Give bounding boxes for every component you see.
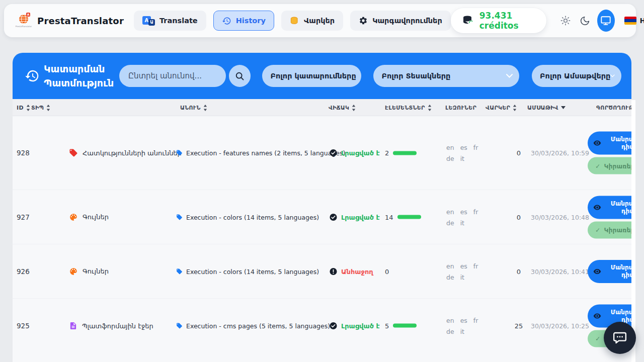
column-header[interactable]: ՎԱՐԿԵՐ — [486, 99, 517, 116]
theme-light-button[interactable] — [558, 11, 573, 30]
nav-items: AԱ Translate History Վարկեր — [134, 11, 451, 31]
vertical-scrollbar[interactable] — [631, 100, 635, 362]
date-value: 30/03/2026, 10:25 — [531, 322, 589, 329]
apply-button[interactable]: ✓ Կիրառել — [588, 221, 631, 238]
credits-balance: 93.431 créditos — [451, 8, 546, 33]
language-code: de — [446, 273, 454, 281]
tag-icon — [176, 150, 183, 156]
history-icon — [222, 16, 231, 26]
column-header[interactable]: ID — [17, 99, 30, 116]
sort-icon — [203, 105, 207, 111]
check-icon: ✓ — [595, 335, 600, 342]
history-big-icon — [25, 68, 40, 83]
languages-list: enesfrdeit — [446, 262, 486, 281]
progress-bar — [397, 215, 421, 219]
column-header[interactable]: ԷԼԵՄԵՆՏՆԵՐ — [385, 99, 432, 116]
filter-label: Բոլոր կատարումները — [270, 72, 356, 80]
row-id: 925 — [17, 322, 30, 330]
column-header: ԼԵԶՈՒՆԵՐ — [445, 99, 476, 116]
language-code: de — [446, 219, 454, 226]
apply-button[interactable]: ✓ Կիրառել — [588, 157, 631, 174]
sun-icon — [560, 15, 571, 26]
table-row: 927 Գույներ Execution - colors (14 items… — [13, 190, 631, 244]
filter-executions[interactable]: Բոլոր կատարումները — [262, 65, 361, 87]
chevron-down-icon — [506, 74, 513, 78]
coins-icon — [290, 16, 299, 26]
panel-header: Կատարման Պատմություն Բոլոր կատարումները … — [13, 53, 631, 99]
date-value: 30/03/2026, 10:59 — [531, 149, 589, 157]
chat-bubble-icon — [612, 330, 627, 345]
status-label: Լրացված է — [341, 149, 380, 157]
table-row: 926 Գույներ Execution - colors (14 items… — [13, 244, 631, 298]
filter-label: Բոլոր Տեսակները — [381, 72, 450, 80]
status-label: Լրացված է — [341, 322, 380, 329]
date-value: 30/03/2026, 10:48 — [531, 213, 589, 221]
moon-icon — [580, 16, 590, 26]
elements-count: 5 — [385, 322, 389, 329]
elements-count: 14 — [385, 213, 393, 221]
tag-icon — [176, 214, 183, 220]
nav-item-settings[interactable]: Կարգավորումներ — [350, 11, 451, 31]
brand-title: PrestaTranslator — [37, 16, 124, 26]
search-button[interactable] — [229, 65, 251, 87]
check-icon: ✓ — [595, 162, 600, 169]
view-details-button[interactable]: Մանրամասն դիտել — [588, 196, 631, 219]
sort-icon — [352, 105, 356, 111]
languages-list: enesfrdeit — [446, 316, 486, 335]
column-header[interactable]: ԱՄՍԱԹԻՎ — [527, 99, 566, 116]
table-body: 928 Հատկությունների անուններ Execution -… — [13, 116, 631, 352]
type-label: Գույներ — [83, 267, 109, 275]
view-details-button[interactable]: Մանրամասն դիտել — [588, 260, 631, 283]
view-details-button[interactable]: Մանրամասն դիտել — [588, 132, 631, 155]
chat-button[interactable] — [604, 322, 636, 354]
language-code: es — [460, 208, 467, 215]
tag-icon — [176, 268, 183, 275]
languages-list: enesfrdeit — [446, 208, 486, 226]
column-header[interactable]: ԱՆՈՒՆ — [180, 99, 207, 116]
language-code: HY — [640, 17, 644, 25]
armenia-flag-icon — [624, 17, 636, 25]
column-header[interactable]: ՎԻՃԱԿ — [329, 99, 356, 116]
nav-item-history[interactable]: History — [213, 11, 274, 31]
nav-item-credits[interactable]: Վարկեր — [281, 11, 343, 31]
apply-label: Կիրառել — [604, 226, 631, 234]
table-row: 925 Պլատֆորմային էջեր Execution - cms pa… — [13, 298, 631, 352]
language-code: en — [446, 262, 454, 269]
row-id: 926 — [17, 267, 30, 276]
type-label: Գույներ — [83, 213, 109, 221]
table-row: 928 Հատկությունների անուններ Execution -… — [13, 116, 631, 190]
translate-icon: AԱ — [142, 16, 155, 26]
progress-bar — [393, 324, 417, 328]
search-icon — [234, 71, 245, 81]
theme-dark-button[interactable] — [578, 11, 593, 30]
theme-system-button[interactable] — [597, 10, 615, 32]
page-title: Կատարման Պատմություն — [44, 62, 119, 90]
tag-icon — [176, 322, 183, 329]
type-icon — [69, 213, 78, 222]
language-code: es — [460, 316, 467, 324]
filter-dates[interactable]: Բոլոր Ամսաթվերը — [532, 65, 621, 87]
progress-bar — [393, 151, 417, 155]
filter-label: Բոլոր Ամսաթվերը — [540, 72, 610, 80]
row-id: 927 — [17, 213, 30, 221]
language-code: en — [446, 316, 454, 324]
language-code: es — [460, 262, 467, 269]
type-label: Հատկությունների անուններ — [83, 149, 182, 157]
status-label: Լրացված է — [341, 213, 380, 221]
search-input[interactable] — [119, 65, 226, 87]
elements-count: 0 — [385, 267, 389, 275]
table-header: IDՏԻՊԱՆՈՒՆՎԻՃԱԿԷԼԵՄԵՆՏՆԵՐԼԵԶՈՒՆԵՐՎԱՐԿԵՐԱ… — [13, 99, 631, 116]
gear-icon — [359, 16, 368, 25]
execution-name: Execution - features names (2 items, 5 l… — [186, 149, 345, 157]
language-code: de — [446, 155, 454, 162]
nav-item-label: Translate — [159, 17, 198, 25]
filter-types[interactable]: Բոլոր Տեսակները — [373, 65, 519, 87]
nav-item-translate[interactable]: AԱ Translate — [134, 11, 206, 31]
language-selector[interactable]: HY — [619, 11, 644, 31]
column-header[interactable]: ՏԻՊ — [31, 99, 50, 116]
chevron-down-icon — [610, 74, 615, 78]
row-id: 928 — [17, 149, 30, 157]
language-code: en — [446, 144, 454, 151]
credits-amount: 93.431 créditos — [479, 11, 535, 31]
brand: A PrestaTranslator PrestaTranslator — [15, 14, 124, 28]
